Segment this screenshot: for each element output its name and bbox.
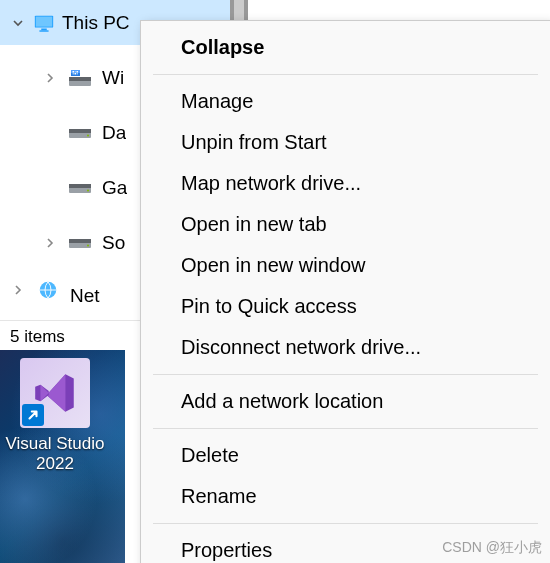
menu-pin-quick[interactable]: Pin to Quick access — [141, 286, 550, 327]
tree-item-label: This PC — [62, 12, 130, 34]
tree-item-label: Ga — [102, 177, 127, 199]
tree-item-label: Net — [70, 285, 100, 305]
menu-separator — [153, 374, 538, 375]
menu-open-window[interactable]: Open in new window — [141, 245, 550, 286]
svg-rect-10 — [77, 71, 79, 73]
svg-rect-11 — [73, 73, 75, 75]
svg-rect-1 — [36, 16, 53, 26]
spacer — [42, 125, 58, 141]
shortcut-arrow-icon — [22, 404, 44, 426]
menu-map-drive[interactable]: Map network drive... — [141, 163, 550, 204]
monitor-icon — [32, 11, 56, 35]
tree-item-label: Wi — [102, 67, 124, 89]
svg-rect-8 — [73, 71, 75, 73]
drive-icon — [68, 66, 92, 90]
chevron-right-icon[interactable] — [42, 235, 58, 251]
menu-separator — [153, 428, 538, 429]
chevron-down-icon[interactable] — [10, 15, 26, 31]
menu-add-network[interactable]: Add a network location — [141, 381, 550, 422]
svg-rect-18 — [69, 184, 91, 188]
drive-icon — [68, 121, 92, 145]
drive-icon — [68, 231, 92, 255]
pane-splitter[interactable] — [230, 0, 248, 20]
spacer — [42, 180, 58, 196]
desktop-background: Visual Studio 2022 — [0, 350, 125, 563]
network-icon — [36, 278, 60, 302]
tree-item-label: So — [102, 232, 125, 254]
menu-manage[interactable]: Manage — [141, 81, 550, 122]
menu-collapse[interactable]: Collapse — [141, 27, 550, 68]
svg-point-19 — [87, 189, 89, 191]
status-text: 5 items — [10, 327, 65, 346]
menu-rename[interactable]: Rename — [141, 476, 550, 517]
svg-rect-3 — [39, 30, 48, 31]
svg-point-22 — [87, 244, 89, 246]
menu-disconnect-drive[interactable]: Disconnect network drive... — [141, 327, 550, 368]
svg-rect-13 — [77, 73, 79, 75]
chevron-right-icon[interactable] — [10, 282, 26, 298]
drive-icon — [68, 176, 92, 200]
menu-separator — [153, 74, 538, 75]
svg-rect-2 — [41, 28, 47, 30]
svg-rect-5 — [69, 77, 91, 81]
menu-separator — [153, 523, 538, 524]
svg-rect-15 — [69, 129, 91, 133]
context-menu: Collapse Manage Unpin from Start Map net… — [140, 20, 550, 563]
svg-rect-12 — [75, 73, 77, 75]
menu-unpin-start[interactable]: Unpin from Start — [141, 122, 550, 163]
watermark: CSDN @狂小虎 — [442, 539, 542, 557]
tree-item-label: Da — [102, 122, 126, 144]
chevron-right-icon[interactable] — [42, 70, 58, 86]
menu-open-tab[interactable]: Open in new tab — [141, 204, 550, 245]
svg-point-16 — [87, 134, 89, 136]
visual-studio-icon — [20, 358, 90, 428]
desktop-shortcut[interactable]: Visual Studio 2022 — [0, 358, 110, 475]
menu-delete[interactable]: Delete — [141, 435, 550, 476]
svg-rect-21 — [69, 239, 91, 243]
shortcut-label: Visual Studio 2022 — [0, 434, 110, 475]
svg-rect-9 — [75, 71, 77, 73]
